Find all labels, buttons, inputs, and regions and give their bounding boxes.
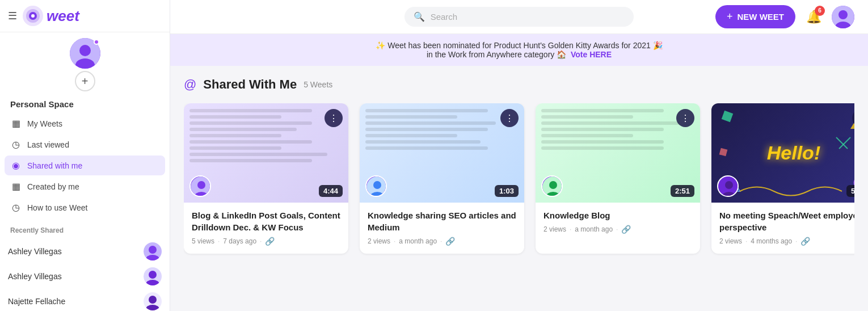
- personal-space-label: Personal Space: [0, 95, 170, 112]
- card-meta-2: 2 views · a month ago · 🔗: [368, 237, 516, 246]
- svg-point-9: [149, 271, 157, 279]
- weet-card-2[interactable]: ⋮ 1:03 Knowledge sharing SEO articles an…: [360, 103, 524, 254]
- card-menu-button-1[interactable]: ⋮: [325, 109, 343, 127]
- recent-user-ashley-2[interactable]: Ashley Villegas: [0, 264, 170, 289]
- banner-text-line2: in the Work from Anywhere category 🏠 Vot…: [184, 50, 854, 59]
- vote-link[interactable]: Vote HERE: [571, 50, 612, 59]
- card-body-4: No meeting Speach/Weet employee perspect…: [711, 203, 854, 254]
- recent-avatar-ashley-1: [144, 242, 162, 260]
- sidebar-nav: ▦ My Weets ◷ Last viewed ◉ Shared with m…: [0, 112, 170, 218]
- notification-badge: 6: [815, 6, 825, 16]
- card-avatar-1: [189, 175, 211, 197]
- grid-icon: ▦: [10, 118, 22, 129]
- card-title-2: Knowledge sharing SEO articles and Mediu…: [368, 209, 516, 233]
- topbar: 🔍 + NEW WEET 🔔 6: [170, 0, 868, 34]
- sidebar-item-label: Shared with me: [27, 161, 82, 170]
- recent-user-ashley-1[interactable]: Ashley Villegas: [0, 239, 170, 264]
- add-button[interactable]: +: [75, 71, 95, 91]
- link-icon-3: 🔗: [621, 225, 631, 234]
- card-duration-4: 5:18: [846, 185, 854, 197]
- plus-icon: +: [727, 11, 733, 23]
- svg-point-5: [79, 45, 91, 56]
- link-icon-4: 🔗: [800, 237, 810, 246]
- card-meta-1: 5 views · 7 days ago · 🔗: [192, 237, 340, 246]
- menu-icon[interactable]: ☰: [8, 10, 17, 22]
- svg-point-7: [149, 246, 157, 254]
- sidebar-item-label: How to use Weet: [27, 203, 87, 212]
- hello-text: Hello!: [767, 142, 820, 164]
- card-title-4: No meeting Speach/Weet employee perspect…: [719, 209, 854, 233]
- logo-area: weet: [23, 6, 79, 26]
- link-icon-2: 🔗: [445, 237, 455, 246]
- sidebar-item-last-viewed[interactable]: ◷ Last viewed: [5, 135, 165, 154]
- card-duration-3: 2:51: [671, 185, 694, 197]
- svg-point-23: [549, 181, 557, 189]
- sidebar: ☰ weet + Personal Space: [0, 0, 170, 311]
- svg-rect-29: [719, 148, 728, 157]
- online-indicator: [94, 39, 99, 45]
- svg-point-12: [146, 305, 159, 310]
- svg-point-11: [149, 296, 157, 304]
- sidebar-item-created-by-me[interactable]: ▦ Created by me: [5, 176, 165, 196]
- topbar-avatar[interactable]: [832, 6, 854, 28]
- card-title-3: Knowledge Blog: [543, 209, 692, 221]
- card-body-3: Knowledge Blog 2 views · a month ago · 🔗: [536, 203, 700, 242]
- search-input[interactable]: [431, 12, 625, 22]
- weet-thumbnail-1: ⋮ 4:44: [184, 103, 348, 203]
- card-duration-2: 1:03: [495, 185, 519, 197]
- banner-text-line1: ✨ Weet has been nominated for Product Hu…: [184, 41, 854, 50]
- new-weet-button[interactable]: + NEW WEET: [715, 5, 795, 28]
- recently-shared-label: Recently Shared: [0, 218, 170, 239]
- section-title: Shared With Me: [203, 77, 297, 92]
- svg-point-20: [373, 181, 381, 189]
- announcement-banner: ✨ Weet has been nominated for Product Hu…: [170, 34, 868, 66]
- content-area: @ Shared With Me 5 Weets: [170, 66, 868, 311]
- card-avatar-4: [717, 175, 739, 197]
- svg-point-8: [146, 255, 159, 260]
- weet-card-4[interactable]: Hello! ⋮ 5:18 No meeting Speach/We: [711, 103, 854, 254]
- sidebar-item-how-to-use[interactable]: ◷ How to use Weet: [5, 197, 165, 217]
- recent-avatar-najette: [144, 292, 162, 310]
- question-icon: ◷: [10, 202, 22, 213]
- notification-button[interactable]: 🔔 6: [802, 6, 825, 28]
- main-content: 🔍 + NEW WEET 🔔 6 ✨ Weet has been nomi: [170, 0, 868, 311]
- section-header: @ Shared With Me 5 Weets: [184, 77, 854, 92]
- weet-grid: ⋮ 4:44 Blog & LinkedIn Post Goals, Conte…: [184, 103, 854, 258]
- sidebar-item-label: My Weets: [27, 119, 62, 128]
- weet-thumbnail-3: ⋮ 2:51: [536, 103, 700, 203]
- card-body-2: Knowledge sharing SEO articles and Mediu…: [360, 203, 524, 254]
- weet-card-1[interactable]: ⋮ 4:44 Blog & LinkedIn Post Goals, Conte…: [184, 103, 348, 254]
- recent-avatar-ashley-2: [144, 267, 162, 285]
- at-icon: ◉: [10, 160, 22, 171]
- svg-line-30: [836, 137, 848, 149]
- svg-point-14: [838, 10, 848, 19]
- svg-point-3: [31, 14, 35, 18]
- link-icon-1: 🔗: [265, 237, 275, 246]
- card-duration-1: 4:44: [319, 185, 343, 197]
- svg-point-33: [725, 181, 733, 189]
- recent-user-najette[interactable]: Najette Fellache: [0, 289, 170, 311]
- search-bar: 🔍: [404, 7, 634, 27]
- card-menu-button-3[interactable]: ⋮: [676, 109, 694, 127]
- sidebar-item-shared-with-me[interactable]: ◉ Shared with me: [5, 156, 165, 175]
- card-meta-4: 2 views · 4 months ago · 🔗: [719, 237, 854, 246]
- sidebar-header: ☰ weet: [0, 0, 170, 32]
- card-menu-button-2[interactable]: ⋮: [500, 109, 519, 127]
- weet-thumbnail-4: Hello! ⋮ 5:18: [711, 103, 854, 203]
- card-meta-3: 2 views · a month ago · 🔗: [543, 225, 692, 234]
- weet-card-3[interactable]: ⋮ 2:51 Knowledge Blog 2 views · a month …: [536, 103, 700, 254]
- weet-thumbnail-2: ⋮ 1:03: [360, 103, 524, 203]
- svg-point-17: [197, 181, 205, 189]
- card-avatar-2: [365, 175, 387, 197]
- card-avatar-3: [541, 175, 563, 197]
- svg-rect-26: [722, 111, 734, 123]
- user-avatar-wrap: [70, 38, 100, 69]
- app-name: weet: [47, 7, 79, 25]
- card-title-1: Blog & LinkedIn Post Goals, Content Dril…: [192, 209, 340, 233]
- search-icon: 🔍: [414, 11, 425, 22]
- sidebar-item-my-weets[interactable]: ▦ My Weets: [5, 114, 165, 133]
- svg-line-31: [839, 137, 850, 149]
- logo-icon: [23, 6, 43, 26]
- sidebar-item-label: Last viewed: [27, 140, 69, 149]
- sidebar-item-label: Created by me: [27, 182, 79, 191]
